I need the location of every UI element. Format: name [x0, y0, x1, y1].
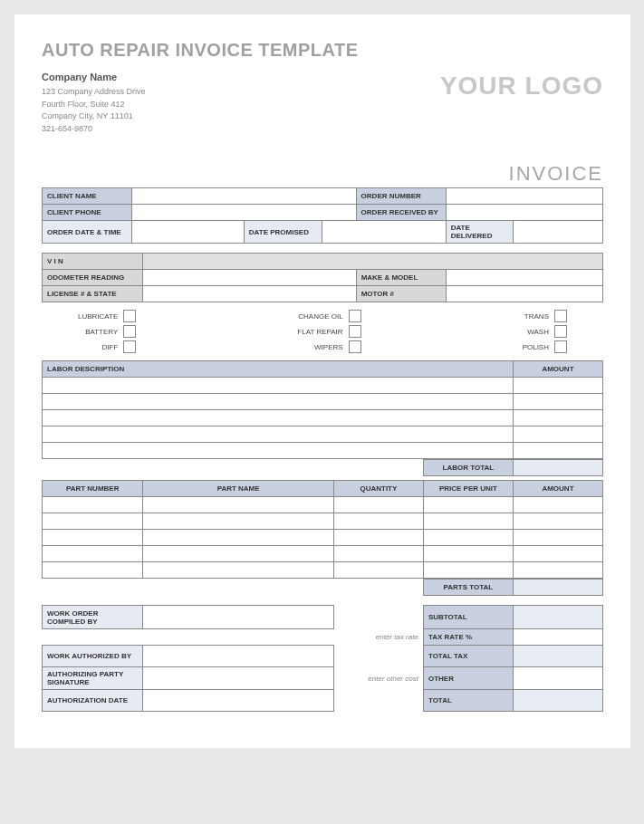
client-phone-field[interactable]	[132, 205, 357, 221]
check-wipers[interactable]	[349, 340, 361, 353]
labor-amount[interactable]	[513, 378, 602, 394]
date-delivered-field[interactable]	[513, 221, 602, 244]
tax-hint: enter tax rate	[333, 629, 423, 646]
order-received-label: ORDER RECEIVED BY	[356, 205, 446, 221]
check-col-1: LUBRICATE BATTERY DIFF	[78, 310, 136, 353]
taxrate-label: TAX RATE %	[423, 629, 513, 646]
labor-amount[interactable]	[513, 394, 602, 410]
check-wipers-label: WIPERS	[314, 343, 343, 351]
authdate-field[interactable]	[143, 690, 333, 712]
labor-total-label: LABOR TOTAL	[423, 460, 513, 476]
check-changeoil[interactable]	[349, 310, 361, 322]
taxrate-value[interactable]	[513, 629, 602, 646]
company-citystate: Company City, NY 11101	[42, 110, 146, 123]
client-order-table: CLIENT NAME ORDER NUMBER CLIENT PHONE OR…	[42, 187, 603, 244]
order-date-field[interactable]	[132, 221, 245, 244]
motor-label: MOTOR #	[356, 286, 446, 302]
make-model-label: MAKE & MODEL	[356, 270, 446, 286]
check-wash-label: WASH	[527, 328, 549, 336]
parts-row[interactable]	[43, 546, 143, 562]
odometer-field[interactable]	[143, 270, 356, 286]
check-trans-label: TRANS	[524, 312, 549, 321]
other-hint: enter other cost	[333, 667, 423, 690]
vehicle-table: V I N ODOMETER READING MAKE & MODEL LICE…	[42, 253, 603, 302]
check-changeoil-label: CHANGE OIL	[298, 312, 342, 321]
signature-field[interactable]	[143, 667, 333, 690]
client-phone-label: CLIENT PHONE	[43, 205, 132, 221]
page-title: AUTO REPAIR INVOICE TEMPLATE	[42, 40, 603, 61]
compiled-label: WORK ORDER COMPILED BY	[43, 606, 143, 629]
make-model-field[interactable]	[446, 270, 602, 286]
parts-row[interactable]	[43, 530, 143, 546]
authdate-label: AUTHORIZATION DATE	[43, 690, 143, 712]
subtotal-label: SUBTOTAL	[423, 606, 513, 629]
labor-row[interactable]	[43, 378, 514, 394]
motor-field[interactable]	[446, 286, 602, 302]
company-name: Company Name	[42, 72, 146, 82]
order-date-label: ORDER DATE & TIME	[43, 221, 132, 244]
company-phone: 321-654-9870	[42, 123, 146, 136]
labor-amount[interactable]	[513, 426, 602, 443]
labor-row[interactable]	[43, 394, 514, 410]
header: Company Name 123 Company Address Drive F…	[42, 72, 603, 135]
check-col-3: TRANS WASH POLISH	[523, 310, 567, 353]
order-received-field[interactable]	[446, 205, 602, 221]
check-wash[interactable]	[554, 325, 567, 338]
check-diff[interactable]	[123, 340, 136, 353]
check-polish-label: POLISH	[523, 343, 549, 351]
other-value[interactable]	[513, 667, 602, 690]
labor-total-value	[513, 460, 602, 476]
authorized-label: WORK AUTHORIZED BY	[43, 646, 143, 667]
parts-ppu-header: PRICE PER UNIT	[423, 481, 513, 497]
parts-total-label: PARTS TOTAL	[423, 580, 513, 596]
parts-name-header: PART NAME	[143, 481, 333, 497]
check-flatrepair[interactable]	[349, 325, 361, 338]
vin-field[interactable]	[143, 254, 603, 270]
subtotal-value	[513, 606, 602, 629]
check-lubricate[interactable]	[123, 310, 136, 322]
parts-qty-header: QUANTITY	[333, 481, 423, 497]
client-name-field[interactable]	[132, 188, 357, 205]
check-battery[interactable]	[123, 325, 136, 338]
company-addr1: 123 Company Address Drive	[42, 86, 146, 99]
date-promised-label: DATE PROMISED	[244, 221, 322, 244]
parts-row[interactable]	[43, 497, 143, 513]
parts-pn-header: PART NUMBER	[43, 481, 143, 497]
company-addr2: Fourth Floor, Suite 412	[42, 99, 146, 111]
check-flatrepair-label: FLAT REPAIR	[297, 328, 342, 336]
parts-total-row: PARTS TOTAL	[42, 579, 603, 596]
order-number-label: ORDER NUMBER	[356, 188, 446, 205]
date-promised-field[interactable]	[322, 221, 446, 244]
odometer-label: ODOMETER READING	[43, 270, 143, 286]
check-lubricate-label: LUBRICATE	[78, 312, 118, 321]
totaltax-label: TOTAL TAX	[423, 646, 513, 667]
bottom-section: WORK ORDER COMPILED BY SUBTOTAL enter ta…	[42, 605, 603, 712]
service-checks: LUBRICATE BATTERY DIFF CHANGE OIL FLAT R…	[42, 302, 603, 360]
totaltax-value	[513, 646, 602, 667]
order-number-field[interactable]	[446, 188, 602, 205]
check-polish[interactable]	[554, 340, 567, 353]
client-name-label: CLIENT NAME	[43, 188, 132, 205]
labor-amount[interactable]	[513, 410, 602, 426]
labor-row[interactable]	[43, 426, 514, 443]
labor-table: LABOR DESCRIPTION AMOUNT	[42, 360, 603, 459]
authorized-field[interactable]	[143, 646, 333, 667]
check-diff-label: DIFF	[102, 343, 119, 351]
other-label: OTHER	[423, 667, 513, 690]
parts-row[interactable]	[43, 513, 143, 530]
labor-amount[interactable]	[513, 443, 602, 459]
compiled-field[interactable]	[143, 606, 333, 629]
total-value	[513, 690, 602, 712]
labor-desc-header: LABOR DESCRIPTION	[43, 361, 514, 378]
check-trans[interactable]	[554, 310, 567, 322]
labor-row[interactable]	[43, 443, 514, 459]
labor-amount-header: AMOUNT	[513, 361, 602, 378]
labor-row[interactable]	[43, 410, 514, 426]
vin-label: V I N	[43, 254, 143, 270]
invoice-label: INVOICE	[42, 162, 603, 186]
logo-placeholder: YOUR LOGO	[440, 72, 603, 101]
parts-row[interactable]	[43, 562, 143, 579]
parts-amount-header: AMOUNT	[513, 481, 602, 497]
license-field[interactable]	[143, 286, 356, 302]
company-block: Company Name 123 Company Address Drive F…	[42, 72, 146, 135]
